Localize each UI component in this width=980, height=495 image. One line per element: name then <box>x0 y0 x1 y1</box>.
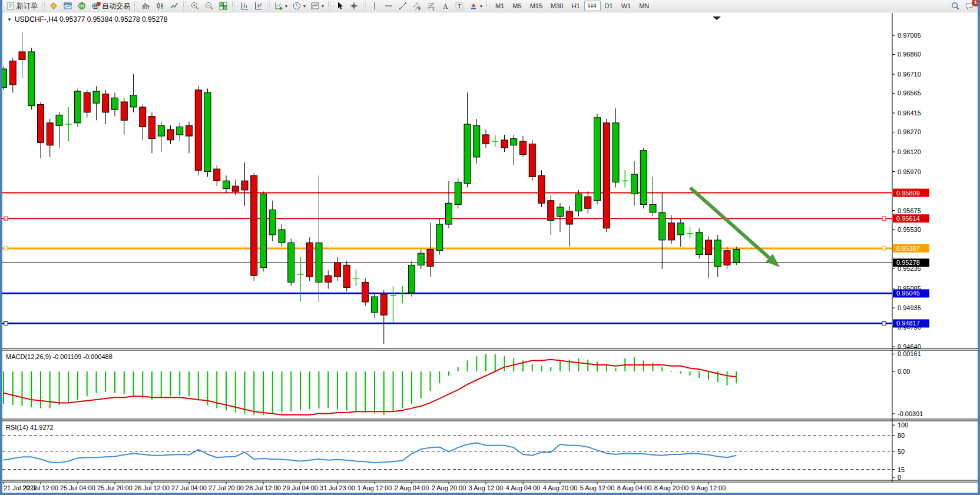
time-label: 9 Aug 12:00 <box>691 484 726 491</box>
new-order-button[interactable]: 新订单 <box>4 1 40 12</box>
cursor-icon <box>335 1 345 11</box>
text-button[interactable]: A <box>438 1 452 12</box>
hline-handle[interactable] <box>882 217 886 220</box>
bar-chart-icon <box>141 1 151 11</box>
toolbar-separator <box>134 1 137 11</box>
time-label: 2 Aug 04:00 <box>395 484 429 491</box>
chevron-down-icon[interactable]: ▾ <box>303 4 306 9</box>
svg-text:-0.00391: -0.00391 <box>898 410 923 417</box>
hline-handle[interactable] <box>4 321 8 325</box>
tile-windows-button[interactable] <box>216 1 230 12</box>
svg-text:0.94817: 0.94817 <box>896 320 920 327</box>
timeframe-button-w1[interactable]: W1 <box>617 1 635 11</box>
line-chart-icon <box>170 1 179 11</box>
hline-handle[interactable] <box>882 247 886 250</box>
channel-icon: E <box>412 1 422 11</box>
time-label: 4 Aug 20:00 <box>543 484 578 491</box>
arrows-button[interactable]: ▾ <box>466 1 485 12</box>
hline-handle[interactable] <box>4 247 8 250</box>
text-icon: A <box>441 1 450 11</box>
toolbar-separator <box>42 1 45 11</box>
candles-layer <box>2 32 740 344</box>
toolbar-group: ▾▾▾ <box>272 0 326 12</box>
signals-icon <box>77 1 87 11</box>
time-label: 8 Aug 04:00 <box>617 484 652 491</box>
crosshair-button[interactable] <box>347 1 361 12</box>
channel-button[interactable]: E <box>410 1 424 12</box>
vline-button[interactable] <box>368 1 382 12</box>
chart-window[interactable]: 0.970050.968600.967100.965650.964150.962… <box>2 13 978 493</box>
trendline-button[interactable] <box>396 1 410 12</box>
svg-text:0.95809: 0.95809 <box>896 190 920 197</box>
crosshair-icon <box>349 1 359 11</box>
window-border-right <box>978 0 980 495</box>
signals-button[interactable] <box>75 1 89 12</box>
periods-icon <box>292 1 302 11</box>
line-chart-button[interactable] <box>167 1 181 12</box>
profiles-button[interactable] <box>47 1 61 12</box>
timeframe-button-d1[interactable]: D1 <box>601 1 617 11</box>
label-button[interactable]: T <box>452 1 466 12</box>
price-chart[interactable]: 0.970050.968600.967100.965650.964150.962… <box>2 13 978 493</box>
notifications-button[interactable]: 1 <box>962 1 976 12</box>
hline-handle[interactable] <box>4 217 8 220</box>
time-label: 8 Aug 20:00 <box>654 484 689 491</box>
svg-text:0: 0 <box>898 474 901 481</box>
time-label: 27 Jul 04:00 <box>171 484 207 491</box>
periods-button[interactable]: ▾ <box>290 1 308 12</box>
svg-text:T: T <box>458 3 461 9</box>
toolbar-separator <box>232 1 235 11</box>
time-label: 25 Jul 04:00 <box>60 484 95 491</box>
svg-text:F: F <box>433 7 435 11</box>
toolbar-group: EFAT▾ <box>368 0 485 12</box>
cursor-button[interactable] <box>333 1 347 12</box>
indicators-button[interactable]: ▾ <box>272 1 290 12</box>
timeframe-button-mn[interactable]: MN <box>635 1 653 11</box>
fibonacci-icon: F <box>426 1 436 11</box>
timeframe-button-h1[interactable]: H1 <box>567 1 584 11</box>
templates-button[interactable]: ▾ <box>308 1 326 12</box>
svg-text:0.96565: 0.96565 <box>898 89 921 97</box>
hline-handle[interactable] <box>882 321 886 325</box>
zoom-in-button[interactable] <box>188 1 202 12</box>
toolbar: 新订单自动交易▾▾▾EFAT▾M1M5M15M30H1H4D1W1MN1 <box>0 0 980 12</box>
collapse-icon[interactable]: ▼ <box>7 17 12 22</box>
hline-button[interactable] <box>382 1 396 12</box>
svg-text:0.00161: 0.00161 <box>898 350 921 357</box>
chart-title-text: USDCHF-,H4 0.95377 0.95384 0.95278 0.952… <box>15 15 168 24</box>
mt4-application-window: 新订单自动交易▾▾▾EFAT▾M1M5M15M30H1H4D1W1MN1 0.9… <box>0 0 980 495</box>
fibonacci-button[interactable]: F <box>424 1 438 12</box>
auto-trading-button[interactable]: 自动交易 <box>89 1 133 12</box>
auto-arrange-button[interactable] <box>237 1 251 12</box>
market-watch-button[interactable] <box>61 1 75 12</box>
chevron-down-icon[interactable]: ▾ <box>285 4 287 9</box>
zoom-out-button[interactable] <box>202 1 216 12</box>
bar-chart-button[interactable] <box>139 1 153 12</box>
timeframe-button-h4[interactable]: H4 <box>584 1 601 11</box>
candle-chart-button[interactable] <box>153 1 167 12</box>
toolbar-group <box>333 0 361 12</box>
macd-panel <box>3 354 737 415</box>
timeframe-button-m1[interactable]: M1 <box>491 1 508 11</box>
chevron-down-icon[interactable]: ▾ <box>322 4 324 9</box>
auto-trading-button-label: 自动交易 <box>102 1 130 11</box>
timeframe-button-m30[interactable]: M30 <box>547 1 567 11</box>
svg-text:50: 50 <box>898 448 905 455</box>
time-label: 31 Jul 23:00 <box>320 484 355 491</box>
zoom-in-icon <box>190 1 200 11</box>
timeframe-button-m5[interactable]: M5 <box>508 1 525 11</box>
arrange2-icon <box>253 1 263 11</box>
svg-text:80: 80 <box>898 432 905 439</box>
search-button[interactable] <box>948 1 962 12</box>
toolbar-separator <box>183 1 186 11</box>
svg-text:0.96415: 0.96415 <box>898 109 921 117</box>
time-label: 28 Jul 12:00 <box>246 484 281 491</box>
time-label: 2 Aug 20:00 <box>432 484 466 491</box>
chevron-down-icon[interactable]: ▾ <box>480 4 482 9</box>
timeframe-button-m15[interactable]: M15 <box>526 1 547 11</box>
label-icon: T <box>455 1 464 11</box>
rsi-indicator-label: RSI(14) 41.9272 <box>6 424 54 431</box>
track-chart-button[interactable] <box>251 1 265 12</box>
svg-text:0.94935: 0.94935 <box>898 304 921 311</box>
zoom-out-icon <box>204 1 214 11</box>
